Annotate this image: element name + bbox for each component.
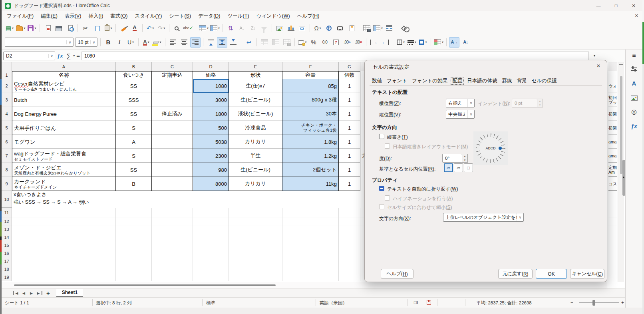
new-document-icon[interactable]: ▤▾ [4, 23, 15, 33]
add-sheet-button[interactable]: + [46, 290, 50, 296]
empty-cell[interactable] [339, 257, 360, 265]
rotation-dial[interactable]: ABCD [476, 133, 505, 163]
row-header-10[interactable]: 10 [2, 191, 12, 208]
cell-name-A8[interactable]: メゾン・ド・ジビエ天然鹿肉と有機玄米のやわらかリゾット [12, 163, 116, 177]
cell-appetite-B3[interactable]: SSS [116, 93, 152, 107]
print-preview-icon[interactable] [65, 23, 75, 33]
undo-icon[interactable]: ↶▾ [145, 23, 155, 33]
cell-form-E3[interactable]: 生(ビニール) [229, 93, 282, 107]
row-header-1[interactable]: 1 [2, 71, 12, 79]
empty-cell[interactable] [339, 265, 360, 273]
cell-form-E8[interactable]: 生(ビニール) [229, 163, 282, 177]
empty-cell[interactable] [193, 233, 229, 241]
empty-cell[interactable] [282, 217, 339, 225]
empty-cell[interactable] [152, 265, 193, 273]
cell-price-D3[interactable]: 3000 [193, 93, 229, 107]
font-name-combo[interactable]: ∨ [5, 38, 74, 47]
copy-icon[interactable] [91, 23, 102, 33]
align-left-icon[interactable] [168, 37, 178, 48]
cut-icon[interactable]: ✂ [80, 23, 91, 33]
menu-styles[interactable]: スタイル(Y) [131, 12, 165, 21]
empty-cell[interactable] [193, 241, 229, 249]
empty-cell[interactable] [193, 249, 229, 257]
cell-volume-F6[interactable]: 1.8kg [282, 135, 339, 149]
format-number-icon[interactable]: 0.0 [320, 37, 330, 48]
horizontal-scrollbar[interactable] [2, 282, 607, 288]
expand-formula-bar-icon[interactable]: ▼ [593, 54, 596, 58]
cell-subscription-C6[interactable] [152, 135, 193, 149]
insert-object-icon[interactable] [297, 23, 307, 33]
header-cell-A[interactable]: 名称 [12, 71, 116, 79]
empty-cell[interactable] [193, 217, 229, 225]
degrees-spinner[interactable]: ▲▼ [462, 154, 468, 163]
menu-view[interactable]: 表示(V) [61, 12, 85, 21]
cell-form-E7[interactable]: 半生 [229, 149, 282, 163]
language-status[interactable]: 英語（米国） [320, 300, 347, 306]
reference-edge-inside-button[interactable]: □ [464, 163, 473, 172]
format-currency-icon[interactable]: ▾ [297, 37, 308, 48]
empty-cell[interactable] [339, 233, 360, 241]
zoom-in-icon[interactable]: + [621, 300, 624, 305]
empty-cell[interactable] [116, 241, 152, 249]
menu-file[interactable]: ファイル(F) [3, 12, 37, 21]
split-window-icon[interactable] [384, 23, 394, 33]
empty-cell[interactable] [152, 217, 193, 225]
empty-cell[interactable] [339, 208, 360, 217]
cell-form-E4[interactable]: 液状(ビニール) [229, 107, 282, 121]
zoom-slider-handle[interactable] [592, 300, 595, 306]
cell-volume-F5[interactable]: チキン・ポーク・フィッシュ各1袋 [282, 121, 339, 135]
highlight-color-icon[interactable]: ▾ [152, 37, 163, 48]
border-color-dropdown-icon[interactable]: ▾ [425, 40, 427, 44]
dialog-tab-フォントの効果[interactable]: フォントの効果 [409, 76, 450, 85]
align-right-icon[interactable] [190, 37, 201, 48]
row-header-5[interactable]: 5 [2, 121, 12, 135]
border-style-icon[interactable]: ▾ [407, 37, 417, 48]
cell-volume-F9[interactable]: 11kg [282, 177, 339, 191]
increase-indent-icon[interactable]: → [369, 37, 379, 48]
function-wizard-icon[interactable]: ƒx [57, 53, 63, 59]
menu-help[interactable]: ヘルプ(H) [294, 12, 323, 21]
sheet-tab-sheet1[interactable]: Sheet1 [56, 289, 83, 298]
cell-volume-F4[interactable]: 30本 [282, 107, 339, 121]
column-header-B[interactable]: B [116, 62, 152, 71]
empty-cell[interactable] [116, 217, 152, 225]
underline-icon[interactable]: U▾ [125, 37, 136, 48]
empty-cell[interactable] [339, 273, 360, 281]
equals-icon[interactable]: = [76, 52, 80, 59]
cell-appetite-B7[interactable]: S [116, 149, 152, 163]
row-header-15[interactable]: 15 [2, 241, 12, 249]
delete-decimal-icon[interactable]: .00× [353, 37, 364, 48]
paste-icon[interactable]: ▾ [103, 23, 113, 33]
cell-appetite-B6[interactable]: A [116, 135, 152, 149]
sort-icon[interactable]: ⇅ [225, 23, 236, 33]
new-document-dropdown-icon[interactable]: ▾ [12, 26, 14, 30]
row-header-8[interactable]: 8 [2, 163, 12, 177]
cell-price-D4[interactable]: 1800 [193, 107, 229, 121]
cell-form-E2[interactable]: 生(缶)x7 [229, 79, 282, 93]
format-percent-icon[interactable]: % [308, 37, 319, 48]
cell-form-E6[interactable]: カリカリ [229, 135, 282, 149]
insert-comment-icon[interactable] [335, 23, 345, 33]
sidebar-gallery-icon[interactable] [626, 90, 642, 105]
zoom-out-icon[interactable]: − [570, 300, 573, 305]
empty-cell[interactable] [282, 265, 339, 273]
hyperlink-icon[interactable] [324, 23, 334, 33]
borders-icon[interactable]: ▾ [396, 37, 406, 48]
spelling-icon[interactable]: abc✓ [183, 23, 193, 33]
dialog-tab-背景[interactable]: 背景 [514, 76, 529, 85]
empty-cell[interactable] [116, 257, 152, 265]
cancel-button[interactable]: キャンセル(C) [570, 269, 604, 279]
font-name-combo-chevron-icon[interactable]: ∨ [66, 40, 73, 44]
format-date-icon[interactable]: 7 [331, 37, 341, 48]
decrease-indent-icon[interactable]: ← [380, 37, 390, 48]
empty-cell[interactable] [12, 225, 116, 233]
row-header-18[interactable]: 18 [2, 265, 12, 273]
sidebar-navigator-icon[interactable]: ◎ [626, 105, 642, 119]
vertical-text-checkbox[interactable] [379, 134, 384, 139]
insert-chart-icon[interactable] [286, 23, 296, 33]
empty-cell[interactable] [193, 273, 229, 281]
align-bottom-icon[interactable] [228, 37, 239, 48]
header-cell-C[interactable]: 定期申込 [152, 71, 193, 79]
empty-cell[interactable] [152, 273, 193, 281]
cell-volume-F3[interactable]: 800g x 3種 [282, 93, 339, 107]
